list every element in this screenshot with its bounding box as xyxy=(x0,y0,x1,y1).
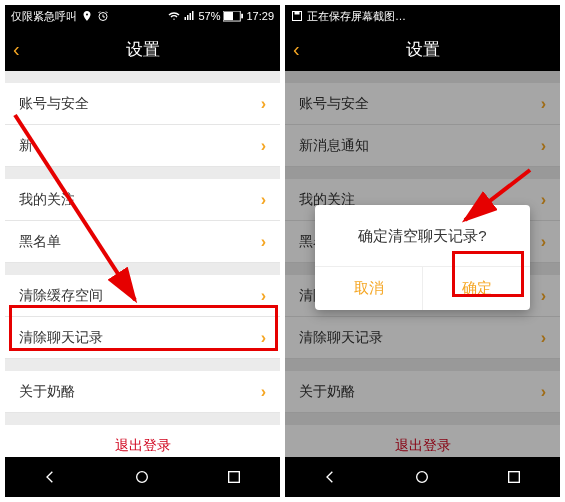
svg-rect-6 xyxy=(224,11,233,19)
chevron-right-icon: › xyxy=(541,233,546,251)
svg-rect-7 xyxy=(242,13,244,18)
item-label: 账号与安全 xyxy=(19,95,89,113)
nav-home-icon[interactable] xyxy=(414,469,430,485)
nav-recent-icon[interactable] xyxy=(226,469,242,485)
phone-right: 正在保存屏幕截图… ‹ 设置 账号与安全 › 新消息通知 › 我的关注 › xyxy=(285,5,560,497)
page-title: 设置 xyxy=(126,38,160,61)
svg-point-8 xyxy=(137,472,148,483)
back-button[interactable]: ‹ xyxy=(13,38,20,61)
chevron-right-icon: › xyxy=(261,95,266,113)
nav-home-icon[interactable] xyxy=(134,469,150,485)
item-label: 黑名单 xyxy=(19,233,61,251)
dialog-message: 确定清空聊天记录? xyxy=(315,205,530,266)
back-button[interactable]: ‹ xyxy=(293,38,300,61)
confirm-dialog: 确定清空聊天记录? 取消 确定 xyxy=(315,205,530,310)
chevron-right-icon: › xyxy=(541,191,546,209)
item-label: 我的关注 xyxy=(19,191,75,209)
item-label: 新消息通知 xyxy=(299,137,369,155)
svg-rect-2 xyxy=(187,15,189,20)
chevron-right-icon: › xyxy=(541,95,546,113)
svg-point-13 xyxy=(417,472,428,483)
svg-rect-9 xyxy=(229,472,240,483)
dialog-cancel-button[interactable]: 取消 xyxy=(315,267,423,310)
svg-rect-12 xyxy=(295,12,300,15)
signal-icon xyxy=(183,10,195,22)
nav-recent-icon[interactable] xyxy=(506,469,522,485)
item-cache[interactable]: 清除缓存空间 › xyxy=(5,275,280,317)
battery-text: 57% xyxy=(198,10,220,22)
item-chatlog[interactable]: 清除聊天记录 › xyxy=(285,317,560,359)
item-new[interactable]: 新 › xyxy=(5,125,280,167)
svg-rect-14 xyxy=(509,472,520,483)
svg-rect-1 xyxy=(185,17,187,20)
chevron-right-icon: › xyxy=(261,233,266,251)
item-account[interactable]: 账号与安全 › xyxy=(285,83,560,125)
item-account[interactable]: 账号与安全 › xyxy=(5,83,280,125)
nav-back-icon[interactable] xyxy=(323,469,339,485)
status-bar: 仅限紧急呼叫 57% 17:29 xyxy=(5,5,280,27)
location-icon xyxy=(81,10,93,22)
item-follow[interactable]: 我的关注 › xyxy=(5,179,280,221)
item-about[interactable]: 关于奶酪 › xyxy=(285,371,560,413)
item-chatlog[interactable]: 清除聊天记录 › xyxy=(5,317,280,359)
wifi-icon xyxy=(168,10,180,22)
item-label: 账号与安全 xyxy=(299,95,369,113)
item-label: 关于奶酪 xyxy=(19,383,75,401)
phone-left: 仅限紧急呼叫 57% 17:29 ‹ 设置 账号与安全 › xyxy=(5,5,280,497)
save-icon xyxy=(291,10,303,22)
chevron-right-icon: › xyxy=(541,383,546,401)
status-bar: 正在保存屏幕截图… xyxy=(285,5,560,27)
nav-bar xyxy=(285,457,560,497)
svg-rect-3 xyxy=(190,13,192,20)
chevron-right-icon: › xyxy=(261,137,266,155)
chevron-right-icon: › xyxy=(541,137,546,155)
battery-icon xyxy=(223,11,243,22)
logout-label: 退出登录 xyxy=(395,437,451,455)
nav-bar xyxy=(5,457,280,497)
item-blacklist[interactable]: 黑名单 › xyxy=(5,221,280,263)
page-title: 设置 xyxy=(406,38,440,61)
time-text: 17:29 xyxy=(246,10,274,22)
item-label: 清除缓存空间 xyxy=(19,287,103,305)
item-label: 清除聊天记录 xyxy=(19,329,103,347)
chevron-right-icon: › xyxy=(541,287,546,305)
carrier-text: 仅限紧急呼叫 xyxy=(11,9,77,24)
chevron-right-icon: › xyxy=(541,329,546,347)
nav-back-icon[interactable] xyxy=(43,469,59,485)
saving-text: 正在保存屏幕截图… xyxy=(307,9,406,24)
dialog-confirm-button[interactable]: 确定 xyxy=(423,267,530,310)
item-notify[interactable]: 新消息通知 › xyxy=(285,125,560,167)
chevron-right-icon: › xyxy=(261,191,266,209)
item-label: 清除聊天记录 xyxy=(299,329,383,347)
alarm-icon xyxy=(97,10,109,22)
chevron-right-icon: › xyxy=(261,287,266,305)
chevron-right-icon: › xyxy=(261,329,266,347)
header: ‹ 设置 xyxy=(5,27,280,71)
item-label: 新 xyxy=(19,137,33,155)
header: ‹ 设置 xyxy=(285,27,560,71)
item-about[interactable]: 关于奶酪 › xyxy=(5,371,280,413)
settings-list: 账号与安全 › 新 › 我的关注 › 黑名单 › 清除缓存空间 › 清除 xyxy=(5,71,280,467)
item-label: 关于奶酪 xyxy=(299,383,355,401)
logout-label: 退出登录 xyxy=(115,437,171,455)
svg-rect-4 xyxy=(192,11,194,20)
chevron-right-icon: › xyxy=(261,383,266,401)
